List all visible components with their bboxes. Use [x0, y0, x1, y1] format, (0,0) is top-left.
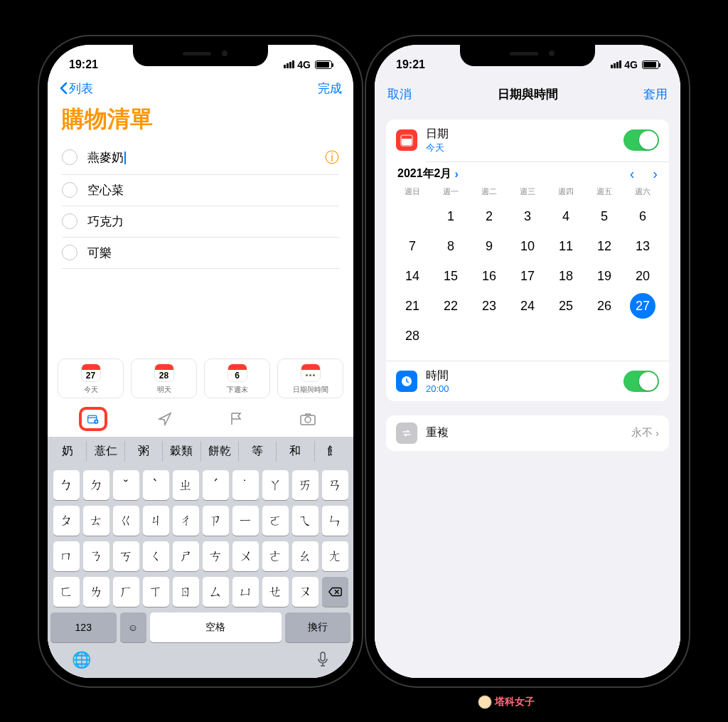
- key[interactable]: ㄩ: [232, 577, 259, 607]
- calendar-day[interactable]: 24: [508, 291, 547, 321]
- calendar-day[interactable]: 25: [547, 291, 585, 321]
- calendar-day[interactable]: 23: [470, 291, 508, 321]
- calendar-day[interactable]: 20: [623, 261, 662, 291]
- calendar-button-highlighted[interactable]: [79, 407, 107, 431]
- key[interactable]: ㄟ: [292, 506, 318, 536]
- key[interactable]: ㄘ: [203, 541, 229, 571]
- calendar-day[interactable]: 19: [585, 261, 623, 291]
- key[interactable]: ㄍ: [113, 506, 139, 536]
- calendar-day[interactable]: 8: [432, 231, 470, 261]
- prev-month-button[interactable]: ‹: [630, 166, 635, 182]
- key[interactable]: ㄤ: [322, 541, 348, 571]
- key[interactable]: ㄖ: [173, 577, 199, 607]
- key-emoji[interactable]: ☺: [120, 612, 146, 642]
- key-return[interactable]: 換行: [285, 612, 351, 642]
- key[interactable]: ㄇ: [53, 541, 80, 571]
- reminder-item[interactable]: 燕麥奶 ⓘ: [62, 141, 339, 175]
- calendar-day[interactable]: 1: [432, 201, 470, 231]
- key[interactable]: ㄡ: [292, 577, 318, 607]
- key[interactable]: ㄚ: [262, 470, 289, 500]
- globe-icon[interactable]: 🌐: [72, 651, 91, 672]
- calendar-day[interactable]: 6: [623, 201, 662, 231]
- reminder-item[interactable]: 巧克力: [62, 206, 339, 238]
- calendar-day[interactable]: 15: [432, 261, 470, 291]
- key[interactable]: ㄊ: [83, 506, 109, 536]
- calendar-day[interactable]: 18: [547, 261, 585, 291]
- suggestion[interactable]: 餅乾: [201, 441, 239, 462]
- calendar-day[interactable]: 28: [393, 321, 432, 351]
- key[interactable]: ˋ: [143, 470, 169, 500]
- key[interactable]: ㄗ: [203, 506, 229, 536]
- suggestion[interactable]: 等: [239, 441, 277, 462]
- suggestion[interactable]: 薏仁: [87, 441, 124, 462]
- reminder-item[interactable]: 可樂: [62, 238, 339, 269]
- calendar-day[interactable]: 12: [585, 231, 623, 261]
- key[interactable]: ㄅ: [53, 470, 80, 500]
- calendar-day[interactable]: 22: [432, 291, 470, 321]
- calendar-day[interactable]: 17: [508, 261, 547, 291]
- radio-unchecked[interactable]: [62, 149, 77, 165]
- key[interactable]: ㄠ: [292, 541, 318, 571]
- calendar-day[interactable]: 21: [393, 291, 432, 321]
- key[interactable]: ㄉ: [83, 470, 109, 500]
- key[interactable]: ㄧ: [232, 506, 259, 536]
- key[interactable]: ㄐ: [143, 506, 169, 536]
- key[interactable]: ㄌ: [83, 577, 109, 607]
- reminder-item[interactable]: 空心菜: [62, 175, 339, 206]
- key[interactable]: ㄔ: [173, 506, 199, 536]
- radio-unchecked[interactable]: [62, 182, 77, 198]
- key[interactable]: ㄙ: [203, 577, 229, 607]
- quick-tomorrow[interactable]: 28 明天: [131, 359, 197, 398]
- key[interactable]: ㄈ: [53, 577, 80, 607]
- key[interactable]: ㄏ: [113, 577, 139, 607]
- calendar-day[interactable]: 14: [393, 261, 432, 291]
- location-button[interactable]: [151, 407, 179, 431]
- key[interactable]: ㄢ: [322, 470, 348, 500]
- quick-today[interactable]: 27 今天: [58, 359, 124, 398]
- key[interactable]: ㄑ: [143, 541, 169, 571]
- key[interactable]: ㄒ: [143, 577, 169, 607]
- calendar-day[interactable]: 10: [508, 231, 547, 261]
- suggestion[interactable]: 穀類: [163, 441, 200, 462]
- time-toggle[interactable]: [623, 371, 659, 392]
- key-space[interactable]: 空格: [150, 612, 282, 642]
- calendar-day[interactable]: 13: [623, 231, 662, 261]
- apply-button[interactable]: 套用: [643, 86, 668, 102]
- done-button[interactable]: 完成: [318, 80, 342, 97]
- key[interactable]: ㄛ: [262, 506, 289, 536]
- calendar-day[interactable]: 9: [470, 231, 508, 261]
- suggestion[interactable]: 和: [277, 441, 314, 462]
- key[interactable]: ㄜ: [262, 541, 289, 571]
- repeat-card[interactable]: 重複 永不 ›: [386, 415, 669, 451]
- key[interactable]: ㄆ: [53, 506, 80, 536]
- key[interactable]: ㄝ: [262, 577, 289, 607]
- key[interactable]: ㄓ: [173, 470, 199, 500]
- radio-unchecked[interactable]: [62, 245, 77, 260]
- suggestion[interactable]: 奶: [49, 441, 87, 462]
- camera-button[interactable]: [294, 407, 322, 431]
- key-delete[interactable]: [322, 577, 348, 607]
- key[interactable]: ㄨ: [232, 541, 259, 571]
- key[interactable]: ㄣ: [322, 506, 348, 536]
- quick-datetime[interactable]: 日期與時間: [277, 359, 343, 398]
- flag-button[interactable]: [222, 407, 250, 431]
- cancel-button[interactable]: 取消: [387, 86, 412, 102]
- calendar-day[interactable]: 2: [470, 201, 508, 231]
- key[interactable]: ˇ: [113, 470, 139, 500]
- calendar-day[interactable]: 16: [470, 261, 508, 291]
- date-toggle[interactable]: [623, 129, 659, 151]
- back-button[interactable]: 列表: [59, 80, 93, 97]
- key[interactable]: ㄎ: [113, 541, 139, 571]
- key[interactable]: ㄕ: [173, 541, 199, 571]
- key[interactable]: ㄞ: [292, 470, 318, 500]
- calendar-day[interactable]: 7: [393, 231, 432, 261]
- quick-weekend[interactable]: 6 下週末: [204, 359, 270, 398]
- month-selector[interactable]: 2021年2月 ›: [397, 166, 459, 181]
- calendar-day[interactable]: 27: [630, 293, 655, 319]
- radio-unchecked[interactable]: [62, 213, 77, 229]
- key[interactable]: ㄋ: [83, 541, 109, 571]
- suggestion[interactable]: 粥: [125, 441, 163, 462]
- info-icon[interactable]: ⓘ: [325, 148, 339, 167]
- calendar-day[interactable]: 5: [585, 201, 623, 231]
- calendar-day[interactable]: 26: [585, 291, 623, 321]
